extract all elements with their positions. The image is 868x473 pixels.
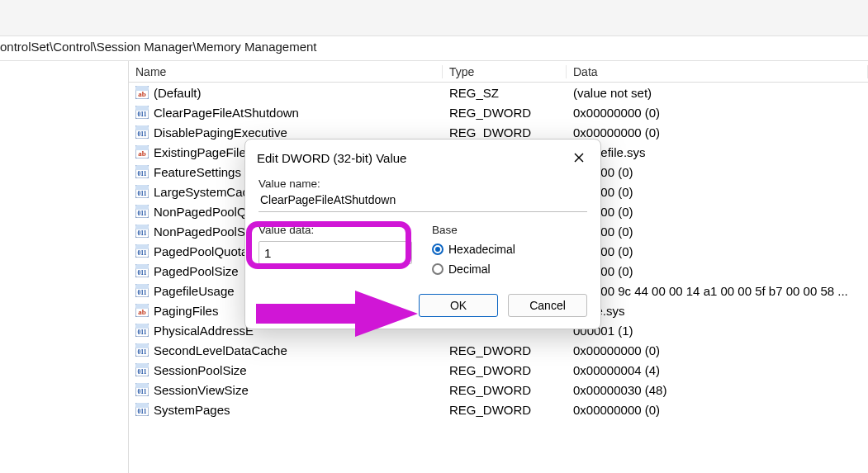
list-header: Name Type Data [129, 61, 868, 83]
row-name: ClearPageFileAtShutdown [154, 106, 299, 120]
row-type: REG_DWORD [443, 106, 567, 120]
row-name: ExistingPageFiles [154, 145, 252, 159]
row-name: (Default) [154, 86, 202, 100]
value-name-field[interactable] [259, 190, 587, 212]
row-data: 0x00000000 (0) [567, 125, 868, 140]
svg-text:011: 011 [138, 408, 147, 415]
reg-dword-icon: 011 [135, 403, 149, 416]
svg-text:011: 011 [138, 249, 147, 257]
header-data[interactable]: Data [567, 65, 868, 78]
reg-dword-icon: 011 [135, 343, 149, 357]
header-type[interactable]: Type [443, 65, 567, 78]
value-data-input[interactable] [259, 241, 412, 264]
row-data: 0x00000000 (0) [567, 106, 868, 120]
cancel-button[interactable]: Cancel [508, 294, 587, 317]
reg-dword-icon: 011 [135, 205, 149, 218]
svg-text:ab: ab [138, 90, 146, 98]
svg-text:011: 011 [138, 190, 147, 197]
value-name-label: Value name: [259, 177, 587, 190]
row-type: REG_SZ [443, 86, 567, 100]
table-row[interactable]: 011SystemPagesREG_DWORD0x00000000 (0) [129, 400, 868, 419]
svg-text:011: 011 [138, 269, 147, 277]
toolbar-area [0, 0, 868, 36]
row-name: PagefileUsage [154, 284, 235, 298]
row-name: PagedPoolQuota [154, 244, 248, 258]
svg-text:011: 011 [138, 289, 147, 296]
row-name: DisablePagingExecutive [154, 125, 287, 140]
dialog-title-text: Edit DWORD (32-bit) Value [257, 151, 406, 165]
close-button[interactable] [566, 146, 592, 169]
row-data: 0x00000000 (0) [567, 343, 868, 357]
row-type: REG_DWORD [443, 343, 567, 357]
svg-text:011: 011 [138, 229, 147, 237]
row-data: 0x00000000 (0) [567, 403, 868, 417]
row-data: 1 00 00 9c 44 00 00 14 a1 00 00 5f b7 00… [567, 284, 868, 298]
reg-dword-icon: 011 [135, 244, 149, 258]
value-data-label: Value data: [259, 224, 412, 236]
reg-dword-icon: 011 [135, 185, 149, 198]
row-data: (value not set) [567, 86, 868, 100]
row-data: 000001 (1) [567, 324, 868, 338]
radio-hex-indicator [432, 244, 443, 255]
address-bar[interactable]: ontrolSet\Control\Session Manager\Memory… [0, 36, 868, 61]
row-name: SessionViewSize [154, 383, 249, 397]
row-data: gefile.sys [567, 304, 868, 318]
edit-dword-dialog: Edit DWORD (32-bit) Value Value name: Va… [244, 139, 601, 329]
row-data: 000000 (0) [567, 244, 868, 258]
reg-dword-icon: 011 [135, 165, 149, 178]
svg-text:011: 011 [138, 170, 147, 177]
reg-sz-icon: ab [135, 304, 149, 317]
row-name: SessionPoolSize [154, 363, 247, 377]
row-name: PhysicalAddressE [154, 324, 254, 338]
row-data: :\pagefile.sys [567, 145, 868, 159]
reg-dword-icon: 011 [135, 324, 149, 337]
reg-dword-icon: 011 [135, 363, 149, 376]
row-data: 000000 (0) [567, 165, 868, 179]
svg-text:ab: ab [138, 308, 146, 316]
row-name: PagingFiles [154, 304, 218, 318]
svg-text:011: 011 [138, 348, 147, 356]
row-name: SecondLevelDataCache [154, 343, 287, 357]
table-row[interactable]: ab(Default)REG_SZ(value not set) [129, 83, 868, 102]
reg-dword-icon: 011 [135, 125, 149, 139]
row-type: REG_DWORD [443, 125, 567, 140]
radio-dec-indicator [432, 263, 443, 275]
svg-text:011: 011 [138, 368, 147, 376]
radio-decimal[interactable]: Decimal [432, 259, 587, 279]
row-data: 000000 (0) [567, 205, 868, 219]
svg-text:011: 011 [138, 130, 147, 138]
svg-text:011: 011 [138, 329, 147, 336]
table-row[interactable]: 011ClearPageFileAtShutdownREG_DWORD0x000… [129, 102, 868, 122]
row-name: NonPagedPoolQu [154, 205, 254, 219]
row-data: 000000 (0) [567, 225, 868, 239]
svg-text:ab: ab [138, 149, 146, 158]
row-type: REG_DWORD [443, 383, 567, 397]
row-name: FeatureSettings [154, 165, 241, 179]
row-data: 000000 (0) [567, 264, 868, 278]
reg-dword-icon: 011 [135, 225, 149, 238]
table-row[interactable]: 011SessionPoolSizeREG_DWORD0x00000004 (4… [129, 360, 868, 380]
svg-text:011: 011 [138, 210, 147, 217]
svg-text:011: 011 [138, 111, 147, 118]
row-type: REG_DWORD [443, 363, 567, 377]
row-data: 000000 (0) [567, 185, 868, 199]
dialog-titlebar[interactable]: Edit DWORD (32-bit) Value [245, 140, 600, 174]
table-row[interactable]: 011SecondLevelDataCacheREG_DWORD0x000000… [129, 340, 868, 360]
radio-hexadecimal[interactable]: Hexadecimal [432, 239, 587, 259]
reg-dword-icon: 011 [135, 383, 149, 396]
row-type: REG_DWORD [443, 403, 567, 417]
header-name[interactable]: Name [129, 65, 443, 78]
reg-dword-icon: 011 [135, 264, 149, 277]
reg-sz-icon: ab [135, 145, 149, 158]
row-name: SystemPages [154, 403, 230, 417]
tree-pane[interactable] [0, 61, 129, 473]
table-row[interactable]: 011SessionViewSizeREG_DWORD0x00000030 (4… [129, 380, 868, 400]
radio-dec-label: Decimal [448, 263, 491, 276]
ok-button[interactable]: OK [419, 294, 498, 317]
row-data: 0x00000004 (4) [567, 363, 868, 377]
row-name: PagedPoolSize [154, 264, 239, 278]
svg-text:011: 011 [138, 388, 147, 395]
reg-dword-icon: 011 [135, 106, 149, 119]
reg-sz-icon: ab [135, 86, 149, 99]
reg-dword-icon: 011 [135, 284, 149, 297]
